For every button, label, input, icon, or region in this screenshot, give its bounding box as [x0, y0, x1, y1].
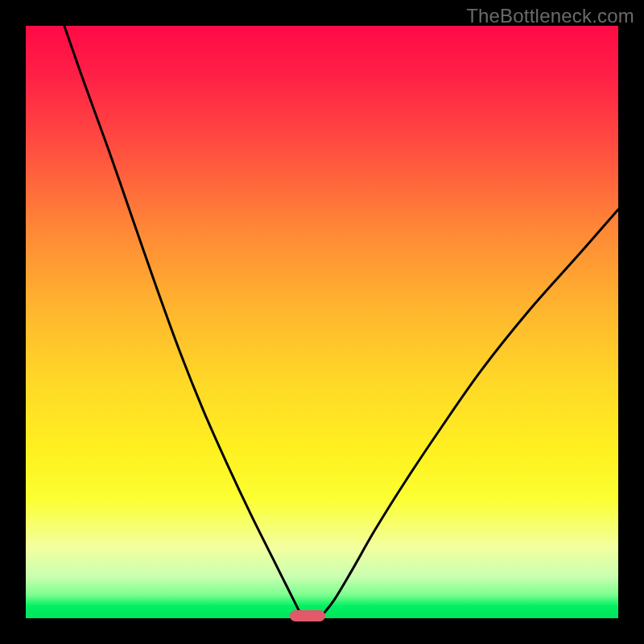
curve-right — [322, 209, 618, 615]
chart-frame: TheBottleneck.com — [0, 0, 644, 644]
plot-area — [26, 26, 618, 618]
minimum-marker — [290, 610, 325, 622]
curve-left — [64, 26, 301, 615]
watermark-text: TheBottleneck.com — [466, 5, 634, 27]
curve-svg — [26, 26, 618, 618]
